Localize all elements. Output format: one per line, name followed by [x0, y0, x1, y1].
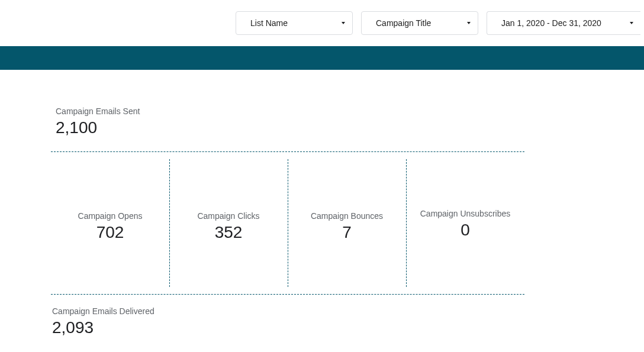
metric-sent-value: 2,100: [56, 118, 644, 137]
filter-bar: List Name Campaign Title Jan 1, 2020 - D…: [0, 0, 644, 46]
list-name-select-label: List Name: [250, 18, 288, 28]
date-range-select[interactable]: Jan 1, 2020 - Dec 31, 2020: [487, 11, 640, 35]
dashboard-content: Campaign Emails Sent 2,100 Campaign Open…: [0, 70, 644, 337]
metric-unsubs-value: 0: [461, 221, 470, 240]
metric-clicks-value: 352: [215, 223, 243, 242]
metric-opens: Campaign Opens 702: [51, 159, 169, 294]
metric-clicks: Campaign Clicks 352: [169, 159, 288, 294]
date-range-select-label: Jan 1, 2020 - Dec 31, 2020: [501, 18, 601, 28]
divider: [51, 294, 524, 295]
metric-sent-label: Campaign Emails Sent: [56, 106, 644, 116]
campaign-title-select[interactable]: Campaign Title: [361, 11, 478, 35]
metrics-row: Campaign Opens 702 Campaign Clicks 352 C…: [51, 159, 524, 294]
chevron-down-icon: [467, 22, 471, 24]
header-band: [0, 46, 644, 70]
chevron-down-icon: [630, 22, 633, 24]
metric-bounces-value: 7: [342, 223, 352, 242]
metric-opens-label: Campaign Opens: [78, 211, 143, 221]
chevron-down-icon: [342, 22, 345, 24]
campaign-title-select-label: Campaign Title: [376, 18, 431, 28]
metric-sent: Campaign Emails Sent 2,100: [51, 106, 644, 137]
metric-delivered-value: 2,093: [52, 318, 644, 337]
metric-bounces: Campaign Bounces 7: [288, 159, 406, 294]
metric-bounces-label: Campaign Bounces: [311, 211, 383, 221]
divider: [51, 151, 524, 152]
metric-clicks-label: Campaign Clicks: [197, 211, 259, 221]
metric-delivered-label: Campaign Emails Delivered: [52, 306, 644, 316]
metric-unsubs: Campaign Unsubscribes 0: [406, 159, 524, 294]
metric-unsubs-label: Campaign Unsubscribes: [420, 209, 511, 218]
metric-opens-value: 702: [96, 223, 124, 242]
metric-delivered: Campaign Emails Delivered 2,093: [51, 306, 644, 337]
list-name-select[interactable]: List Name: [236, 11, 353, 35]
